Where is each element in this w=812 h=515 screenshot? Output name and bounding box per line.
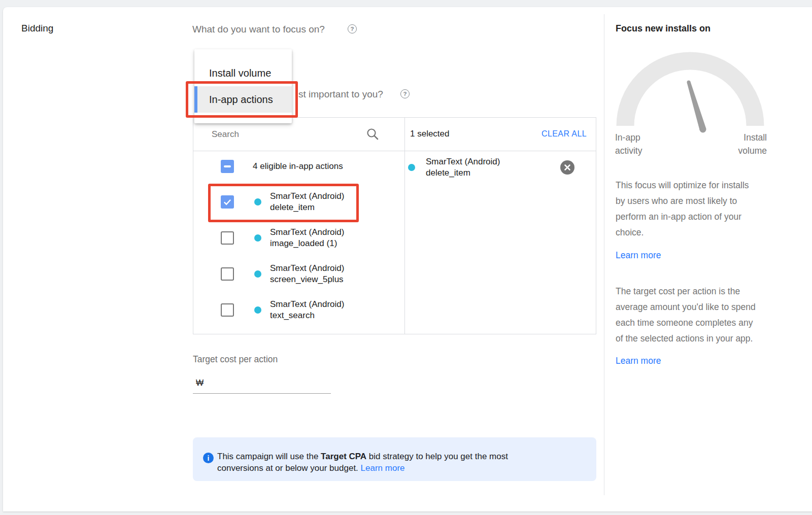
app-name: SmarText (Android) [270, 299, 344, 310]
in-app-actions-picker: 1 selected CLEAR ALL 4 eligible in-app a… [193, 117, 596, 334]
action-name: delete_item [426, 167, 500, 179]
focus-question-label: What do you want to focus on? [192, 24, 325, 35]
dropdown-option-install-volume[interactable]: Install volume [194, 60, 292, 86]
group-label: 4 eligible in-app actions [253, 161, 343, 171]
sidebar-divider [604, 14, 604, 495]
selected-count-label: 1 selected [410, 129, 450, 139]
gauge-needle [687, 81, 706, 133]
gauge-right-line2: volume [700, 144, 767, 157]
paragraph-line: by users who are most likely to [616, 193, 783, 209]
learn-more-link[interactable]: Learn more [616, 250, 661, 261]
paragraph-line: This focus will optimize for installs [616, 178, 783, 193]
app-name: SmarText (Android) [426, 156, 500, 167]
gauge-right-line1: Install [700, 131, 767, 144]
target-cost-label: Target cost per action [193, 354, 278, 365]
event-dot [254, 198, 261, 205]
remove-selected-button[interactable] [560, 160, 574, 175]
learn-more-link[interactable]: Learn more [616, 356, 661, 366]
checked-checkbox[interactable] [221, 195, 234, 209]
banner-line1-prefix: This campaign will use the [217, 452, 321, 461]
question-mark-glyph: ? [403, 91, 407, 97]
action-name: delete_item [270, 202, 344, 213]
search-icon [366, 127, 379, 141]
gauge-left-line1: In-app [615, 131, 642, 144]
app-name: SmarText (Android) [270, 191, 344, 202]
event-dot [254, 270, 261, 278]
gauge-left-line2: activity [615, 144, 642, 157]
paragraph-line: The target cost per action is the [616, 284, 783, 299]
currency-symbol: ₩ [196, 379, 204, 388]
action-row-screen-view[interactable]: SmarText (Android) screen_view_5plus [193, 256, 404, 292]
info-icon: i [203, 453, 214, 463]
search-input[interactable] [212, 126, 349, 143]
event-dot [408, 164, 415, 171]
paragraph-line: average amount you'd like to spend [616, 299, 783, 315]
action-label: SmarText (Android) delete_item [270, 191, 344, 213]
paragraph-line: perform an in-app action of your [616, 209, 783, 225]
learn-more-link[interactable]: Learn more [361, 463, 405, 473]
banner-text: This campaign will use the Target CPA bi… [217, 451, 508, 474]
app-name: SmarText (Android) [270, 263, 344, 274]
indeterminate-checkbox[interactable] [221, 160, 234, 173]
section-title: Bidding [21, 23, 53, 34]
paragraph-line: of the selected actions in your app. [616, 331, 783, 347]
bid-strategy-info-banner: i This campaign will use the Target CPA … [193, 437, 596, 481]
bidding-page: Bidding What do you want to focus on? ? … [0, 0, 812, 515]
importance-question-label: st important to you? [298, 89, 383, 100]
action-name: text_search [270, 310, 344, 321]
paragraph-line: each time someone completes any [616, 315, 783, 331]
action-name: image_loaded (1) [270, 238, 344, 249]
column-divider [404, 118, 405, 334]
focus-gauge [612, 46, 769, 134]
question-mark-glyph: ? [350, 26, 354, 32]
action-label: SmarText (Android) text_search [270, 299, 344, 321]
event-dot [254, 306, 261, 314]
check-glyph [222, 197, 232, 207]
sidebar-title: Focus new installs on [616, 23, 710, 34]
action-row-text-search[interactable]: SmarText (Android) text_search [193, 292, 404, 328]
unchecked-checkbox[interactable] [221, 267, 234, 281]
action-name: screen_view_5plus [270, 274, 344, 285]
focus-dropdown-menu: Install volume In-app actions [194, 49, 292, 123]
action-row-image-loaded[interactable]: SmarText (Android) image_loaded (1) [193, 220, 404, 256]
selected-option-indicator-bar [194, 86, 197, 113]
gauge-right-label: Install volume [700, 131, 767, 157]
clear-all-button[interactable]: CLEAR ALL [542, 129, 587, 139]
banner-bold-text: Target CPA [321, 452, 366, 461]
paragraph-line: choice. [616, 225, 783, 241]
target-cost-input[interactable] [193, 377, 331, 394]
action-row-delete-item[interactable]: SmarText (Android) delete_item [193, 184, 404, 220]
sidebar-paragraph-target-cpa: The target cost per action is the averag… [616, 284, 783, 347]
close-icon [564, 164, 571, 171]
selected-item-label: SmarText (Android) delete_item [426, 156, 500, 179]
sidebar-paragraph-focus: This focus will optimize for installs by… [616, 178, 783, 241]
dropdown-option-in-app-actions[interactable]: In-app actions [194, 86, 292, 113]
action-label: SmarText (Android) image_loaded (1) [270, 227, 344, 249]
help-icon[interactable]: ? [400, 89, 410, 98]
minus-glyph [224, 165, 231, 167]
unchecked-checkbox[interactable] [221, 303, 234, 317]
gauge-left-label: In-app activity [615, 131, 642, 157]
group-row-eligible-actions[interactable]: 4 eligible in-app actions [193, 151, 404, 182]
banner-line2-text: conversions at or below your budget. [217, 463, 361, 473]
help-icon[interactable]: ? [348, 24, 357, 33]
unchecked-checkbox[interactable] [221, 231, 234, 245]
action-label: SmarText (Android) screen_view_5plus [270, 263, 344, 285]
banner-line1-suffix: bid strategy to help you get the most [366, 452, 508, 461]
event-dot [254, 234, 261, 242]
app-name: SmarText (Android) [270, 227, 344, 238]
